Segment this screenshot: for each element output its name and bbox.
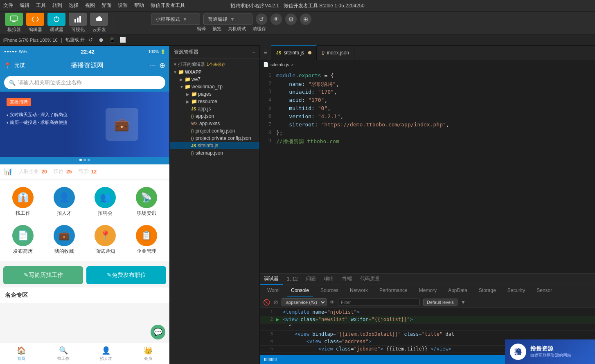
bottom-nav: 🏠 首页 🔍 找工作 👤 招人才 👑 会员 <box>0 343 169 364</box>
devtab-network[interactable]: Network <box>346 285 372 297</box>
editor-button[interactable]: 编辑器 <box>26 13 44 33</box>
preview-label[interactable]: 预览 <box>212 26 221 32</box>
refresh-button[interactable]: ↺ <box>256 13 267 25</box>
menu-select[interactable]: 选择 <box>69 2 79 9</box>
icon-post-resume[interactable]: 📄 发布简历 <box>3 222 43 258</box>
filetree-panel: 资源管理器 ··· ▼ 打开的编辑器 1个未保存 ▼ 📁 WXAPP ▶ <box>170 46 260 364</box>
layers-button[interactable]: ⊞ <box>300 13 311 25</box>
code-line-6: 6 version: "4.2.1", <box>260 113 595 121</box>
icon-interview[interactable]: 📍 面试通知 <box>86 222 125 258</box>
simulator-button[interactable]: 模拟器 <box>5 13 23 33</box>
btab-codequality[interactable]: 代码质量 <box>356 274 384 285</box>
menu-file[interactable]: 文件 <box>3 2 13 9</box>
devtab-console[interactable]: Console <box>287 285 313 297</box>
tree-item-appwxss[interactable]: WX app.wxss <box>170 120 259 127</box>
debugger-button[interactable]: 调试器 <box>47 13 65 33</box>
tabs-sidebar-toggle[interactable]: ☰ <box>264 50 268 55</box>
menu-help[interactable]: 帮助 <box>134 2 144 9</box>
settings-button[interactable]: ⚙ <box>285 13 297 25</box>
devtab-storage[interactable]: Storage <box>475 285 500 297</box>
preview-eye-button[interactable]: 👁 <box>270 13 282 25</box>
icon-recruit[interactable]: 👤 招人才 <box>45 184 84 220</box>
nav-find-job[interactable]: 🔍 找工作 <box>43 343 85 364</box>
tree-item-we7[interactable]: ▶ 📁 we7 <box>170 76 259 83</box>
levels-button[interactable]: Default levels <box>423 299 458 306</box>
sec-toolbar-btn4[interactable]: ⬜ <box>118 36 127 45</box>
clear-cache-label[interactable]: 清缓存 <box>252 26 266 32</box>
tab-siteinfo[interactable]: JS siteinfo.js <box>271 45 317 60</box>
visualize-button[interactable]: 可视化 <box>69 13 87 33</box>
console-clear-icon[interactable]: 🚫 <box>263 299 270 306</box>
menu-goto[interactable]: 转到 <box>52 2 62 9</box>
menu-view[interactable]: 视图 <box>85 2 95 9</box>
code-editor[interactable]: 1 module.exports = { 2 name: "求职招聘", 3 u… <box>260 69 595 273</box>
compile-label[interactable]: 编译 <box>197 26 206 32</box>
tree-item-siteinfo[interactable]: JS siteinfo.js <box>170 142 259 149</box>
nav-recruit-talent[interactable]: 👤 招人才 <box>85 343 127 364</box>
sec-toolbar-btn3[interactable]: 📱 <box>108 36 117 45</box>
opened-editors-section[interactable]: ▼ 打开的编辑器 1个未保存 <box>170 61 259 68</box>
console-filter-input[interactable] <box>338 299 420 306</box>
tab-js-icon: JS <box>276 51 281 55</box>
icon-favorites[interactable]: 💼 我的收藏 <box>45 222 84 258</box>
btab-terminal[interactable]: 终端 <box>338 274 356 285</box>
devtab-memory[interactable]: Memory <box>415 285 441 297</box>
visualize-icon <box>69 13 87 26</box>
search-input[interactable]: 🔍 请输入相关职位或企业名称 <box>4 76 165 89</box>
hot-reload-label[interactable]: 热重载 开 <box>65 37 85 43</box>
more-btn[interactable]: ··· <box>150 61 156 70</box>
devtab-wxml[interactable]: Wxml <box>263 285 284 297</box>
menu-tools[interactable]: 工具 <box>36 2 46 9</box>
nav-member[interactable]: 👑 会员 <box>127 343 170 364</box>
devtab-performance[interactable]: Performance <box>375 285 412 297</box>
icon-job-info[interactable]: 📡 职场资讯 <box>127 184 167 220</box>
section-title: 名企专区 <box>0 288 169 303</box>
icon-job-fair[interactable]: 👥 招聘会 <box>86 184 125 220</box>
devtab-sources[interactable]: Sources <box>316 285 343 297</box>
banner-promo: 直播招聘 • 实时聊天互动 · 深入了解岗位 • 简历一键投递 · 求职高效便捷 <box>0 92 169 157</box>
compile-dropdown[interactable]: 普通编译 ▼ <box>203 13 252 25</box>
float-chat-button[interactable]: 💬 <box>151 325 165 339</box>
filetree-menu-icon[interactable]: ··· <box>251 49 255 55</box>
write-resume-button[interactable]: ✎写简历找工作 <box>3 266 83 284</box>
tree-item-weixinmao-zp[interactable]: ▼ 📁 weixinmao_zp <box>170 83 259 90</box>
tree-item-projectprivate[interactable]: {} project.private.config.json <box>170 135 259 142</box>
console-line-3: 3 <view bindtap="{{item.toJobDetail}}" c… <box>260 331 595 338</box>
tab-indexjson[interactable]: {} index.json <box>317 45 354 60</box>
icon-find-job[interactable]: 👔 找工作 <box>3 184 43 220</box>
real-debug-label[interactable]: 真机调试 <box>228 26 246 32</box>
console-filter-icon[interactable]: ⊘ <box>273 299 278 306</box>
code-line-8: 8 }; <box>260 130 595 138</box>
eye-icon[interactable]: 👁 <box>330 299 335 305</box>
menu-settings[interactable]: 设置 <box>118 2 128 9</box>
devtab-sensor[interactable]: Sensor <box>532 285 556 297</box>
tree-item-projectconfig[interactable]: {} project.config.json <box>170 127 259 135</box>
btab-debugger[interactable]: 调试器 <box>260 274 283 285</box>
editor-panel: ☰ JS siteinfo.js {} index.json 📄 siteinf… <box>260 46 595 364</box>
btab-output[interactable]: 输出 <box>320 274 338 285</box>
tree-item-appjson[interactable]: {} app.json <box>170 112 259 120</box>
icon-enterprise[interactable]: 📋 企业管理 <box>127 222 167 258</box>
tree-item-resource[interactable]: ▶ 📁 resource <box>170 98 259 105</box>
menu-interface[interactable]: 界面 <box>101 2 111 9</box>
nav-home[interactable]: 🏠 首页 <box>0 343 43 364</box>
tree-item-sitemap[interactable]: {} sitemap.json <box>170 149 259 157</box>
tab-unsaved-dot <box>308 51 311 54</box>
cloud-button[interactable]: 云开发 <box>90 13 108 33</box>
sec-toolbar-btn1[interactable]: ↺ <box>86 36 95 45</box>
mode-dropdown[interactable]: 小程序模式 ▼ <box>151 13 200 25</box>
btab-position[interactable]: 1, 12 <box>283 274 302 285</box>
share-btn[interactable]: ⊕ <box>159 61 165 70</box>
chart-icon: 📊 <box>4 168 12 175</box>
tree-root-wxapp[interactable]: ▼ 📁 WXAPP <box>170 68 259 76</box>
context-selector[interactable]: appservice (#2) <box>282 298 327 306</box>
menu-wechat-tools[interactable]: 微信开发者工具 <box>151 2 185 9</box>
tree-item-pages[interactable]: ▶ 📁 pages <box>170 90 259 98</box>
menu-edit[interactable]: 编辑 <box>20 2 29 9</box>
btab-problems[interactable]: 问题 <box>302 274 320 285</box>
post-job-button[interactable]: ✎免费发布职位 <box>86 266 166 284</box>
sec-toolbar-btn2[interactable]: ⏺ <box>97 36 106 45</box>
devtab-appdata[interactable]: AppData <box>444 285 471 297</box>
devtab-security[interactable]: Security <box>503 285 529 297</box>
tree-item-appjs[interactable]: JS app.js <box>170 105 259 112</box>
